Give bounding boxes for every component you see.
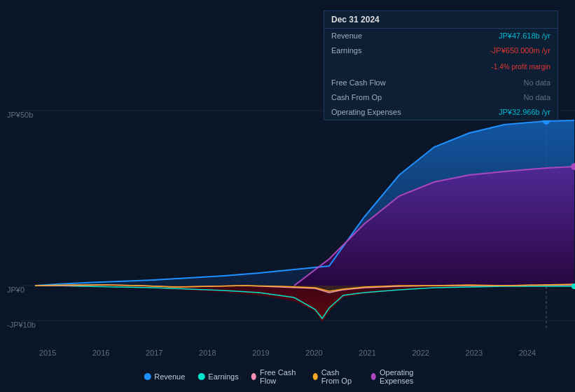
chart-svg [0, 105, 575, 350]
tooltip-value-earnings: -JP¥650.000m /yr [490, 46, 550, 55]
legend-dot-revenue [144, 373, 151, 380]
tooltip-row-revenue: Revenue JP¥47.618b /yr [324, 29, 557, 43]
tooltip-label-cashop: Cash From Op [331, 93, 382, 102]
x-label-2022: 2022 [412, 349, 429, 357]
legend-label-cashop: Cash From Op [321, 368, 359, 385]
legend-item-revenue: Revenue [144, 372, 185, 381]
tooltip-margin-row: -1.4% profit margin [324, 58, 557, 76]
x-label-2021: 2021 [359, 349, 375, 357]
tooltip-row-earnings: Earnings -JP¥650.000m /yr [324, 43, 557, 58]
x-label-2015: 2015 [39, 349, 56, 357]
tooltip-value-cashop: No data [523, 93, 550, 102]
legend-item-opex: Operating Expenses [371, 368, 431, 385]
legend-dot-fcf [251, 373, 256, 380]
tooltip-value-fcf: No data [523, 78, 550, 87]
legend-dot-opex [371, 373, 376, 380]
tooltip-label-opex: Operating Expenses [331, 108, 401, 116]
chart-container: Dec 31 2024 Revenue JP¥47.618b /yr Earni… [0, 0, 575, 392]
x-label-2020: 2020 [305, 349, 322, 357]
legend-item-cashop: Cash From Op [312, 368, 358, 385]
legend-label-fcf: Free Cash Flow [260, 368, 300, 385]
x-label-2016: 2016 [92, 349, 109, 357]
legend-label-revenue: Revenue [154, 372, 185, 381]
x-label-2017: 2017 [146, 349, 162, 357]
legend-label-earnings: Earnings [208, 372, 238, 381]
tooltip-margin-value: -1.4% profit margin [492, 63, 550, 71]
tooltip-label-revenue: Revenue [331, 31, 362, 40]
tooltip-row-opex: Operating Expenses JP¥32.966b /yr [324, 105, 557, 120]
x-label-2023: 2023 [466, 349, 483, 357]
x-label-2019: 2019 [252, 349, 269, 357]
tooltip-label-fcf: Free Cash Flow [331, 78, 386, 87]
x-axis: 2015 2016 2017 2018 2019 2020 2021 2022 … [0, 349, 575, 357]
legend-item-fcf: Free Cash Flow [251, 368, 300, 385]
x-label-2018: 2018 [199, 349, 216, 357]
legend-label-opex: Operating Expenses [380, 368, 431, 385]
tooltip-row-cashop: Cash From Op No data [324, 90, 557, 105]
tooltip-value-revenue: JP¥47.618b /yr [499, 31, 550, 40]
x-label-2024: 2024 [519, 349, 536, 357]
tooltip-row-fcf: Free Cash Flow No data [324, 76, 557, 90]
legend-dot-earnings [198, 373, 205, 380]
tooltip-box: Dec 31 2024 Revenue JP¥47.618b /yr Earni… [324, 10, 558, 120]
tooltip-value-opex: JP¥32.966b /yr [499, 108, 550, 116]
legend-item-earnings: Earnings [198, 372, 238, 381]
tooltip-header: Dec 31 2024 [324, 11, 557, 29]
legend: Revenue Earnings Free Cash Flow Cash Fro… [144, 368, 431, 385]
legend-dot-cashop [312, 373, 317, 380]
tooltip-label-earnings: Earnings [331, 46, 361, 55]
